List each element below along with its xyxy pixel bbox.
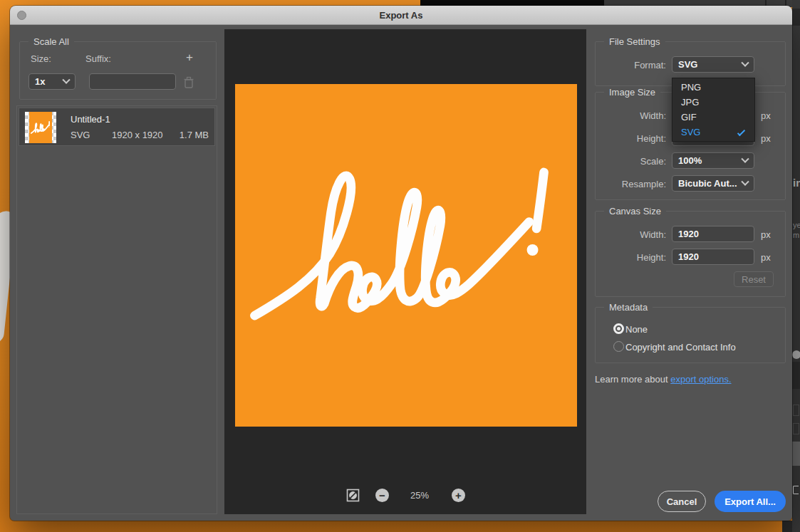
learn-more-line: Learn more about export options. bbox=[595, 374, 732, 385]
learn-more-text: Learn more about bbox=[595, 374, 668, 385]
file-dimensions: 1920 x 1920 bbox=[112, 130, 163, 140]
background-knob-fragment bbox=[792, 350, 800, 359]
file-thumbnail-artwork bbox=[29, 112, 52, 143]
zoom-out-button[interactable]: − bbox=[375, 489, 389, 502]
metadata-radio-copyright-label: Copyright and Contact Info bbox=[625, 342, 736, 353]
background-field-fragment bbox=[793, 423, 799, 434]
size-select-value: 1x bbox=[35, 76, 61, 87]
metadata-radio-copyright[interactable] bbox=[613, 341, 624, 352]
menu-item-label: GIF bbox=[681, 110, 746, 125]
image-size-legend: Image Size bbox=[604, 87, 660, 98]
image-height-unit: px bbox=[761, 133, 771, 144]
file-name: Untitled-1 bbox=[71, 114, 110, 125]
fit-to-view-icon[interactable] bbox=[346, 489, 360, 502]
resample-label: Resample: bbox=[595, 179, 666, 189]
preview-canvas: − 25% + bbox=[224, 29, 586, 514]
export-as-dialog: Export As Scale All Size: Suffix: + 1x U… bbox=[10, 6, 792, 521]
export-options-link[interactable]: export options. bbox=[670, 374, 731, 385]
suffix-label: Suffix: bbox=[85, 53, 111, 64]
canvas-height-label: Height: bbox=[595, 252, 666, 263]
background-text-fragment: m bbox=[793, 231, 799, 239]
canvas-height-unit: px bbox=[761, 252, 771, 263]
suffix-input[interactable] bbox=[89, 73, 176, 90]
size-label: Size: bbox=[31, 53, 51, 64]
background-right-panels: in ye m bbox=[792, 0, 800, 532]
metadata-legend: Metadata bbox=[604, 302, 653, 313]
scale-select[interactable]: 100% bbox=[672, 152, 754, 169]
background-fragment bbox=[792, 442, 800, 466]
file-size: 1.7 MB bbox=[180, 130, 209, 140]
export-file-list: Untitled-1 SVG 1920 x 1920 1.7 MB bbox=[16, 105, 217, 514]
canvas-height-input[interactable] bbox=[672, 249, 754, 265]
scale-all-legend: Scale All bbox=[28, 36, 74, 47]
scale-select-value: 100% bbox=[678, 155, 739, 166]
format-dropdown-menu: PNG JPG GIF SVG bbox=[672, 78, 755, 142]
metadata-group: Metadata bbox=[595, 307, 786, 363]
export-all-button[interactable]: Export All... bbox=[715, 491, 786, 512]
dialog-titlebar: Export As bbox=[10, 6, 792, 25]
menu-item-label: SVG bbox=[681, 125, 739, 140]
canvas-width-unit: px bbox=[761, 229, 771, 240]
reset-button[interactable]: Reset bbox=[734, 271, 774, 287]
background-icon-fragment bbox=[793, 486, 799, 494]
image-width-unit: px bbox=[761, 110, 771, 121]
zoom-in-button[interactable]: + bbox=[452, 489, 465, 502]
menu-item-svg[interactable]: SVG bbox=[672, 125, 754, 140]
canvas-size-legend: Canvas Size bbox=[604, 206, 666, 217]
trash-icon[interactable] bbox=[183, 76, 194, 89]
background-fragment bbox=[792, 9, 800, 26]
image-width-label: Width: bbox=[595, 110, 666, 121]
menu-item-label: PNG bbox=[681, 80, 746, 95]
format-select[interactable]: SVG bbox=[672, 56, 754, 73]
menu-item-jpg[interactable]: JPG bbox=[672, 95, 754, 110]
menu-item-gif[interactable]: GIF bbox=[672, 110, 754, 125]
resample-select[interactable]: Bicubic Aut... bbox=[672, 175, 754, 192]
metadata-radio-none-label: None bbox=[625, 324, 648, 335]
chevron-down-icon bbox=[741, 155, 749, 162]
add-scale-icon[interactable]: + bbox=[186, 51, 193, 65]
chevron-down-icon bbox=[62, 75, 70, 83]
menu-item-label: JPG bbox=[681, 95, 746, 110]
dialog-title: Export As bbox=[10, 10, 792, 21]
background-text-fragment: ye bbox=[793, 221, 800, 229]
format-label: Format: bbox=[595, 60, 666, 71]
background-fragment bbox=[792, 362, 800, 389]
file-settings-legend: File Settings bbox=[604, 36, 665, 47]
artwork-preview bbox=[235, 84, 577, 427]
size-select[interactable]: 1x bbox=[28, 73, 76, 90]
background-field-fragment bbox=[793, 405, 799, 416]
background-text-fragment: in bbox=[793, 177, 800, 189]
image-height-label: Height: bbox=[595, 133, 666, 144]
canvas-width-label: Width: bbox=[595, 229, 666, 240]
format-select-value: SVG bbox=[678, 59, 739, 70]
screen: { "window": { "title": "Export As" }, "s… bbox=[0, 0, 800, 532]
canvas-width-input[interactable] bbox=[672, 226, 754, 242]
chevron-down-icon bbox=[741, 58, 749, 66]
file-thumbnail bbox=[25, 112, 56, 143]
menu-item-png[interactable]: PNG bbox=[672, 80, 754, 95]
cancel-button[interactable]: Cancel bbox=[658, 491, 706, 512]
file-format: SVG bbox=[71, 130, 90, 140]
chevron-down-icon bbox=[741, 177, 749, 185]
metadata-radio-none[interactable] bbox=[613, 323, 624, 334]
file-list-item-selected[interactable]: Untitled-1 SVG 1920 x 1920 1.7 MB bbox=[19, 108, 215, 146]
zoom-level: 25% bbox=[410, 490, 429, 501]
resample-select-value: Bicubic Aut... bbox=[678, 178, 739, 189]
scale-label: Scale: bbox=[595, 156, 666, 167]
